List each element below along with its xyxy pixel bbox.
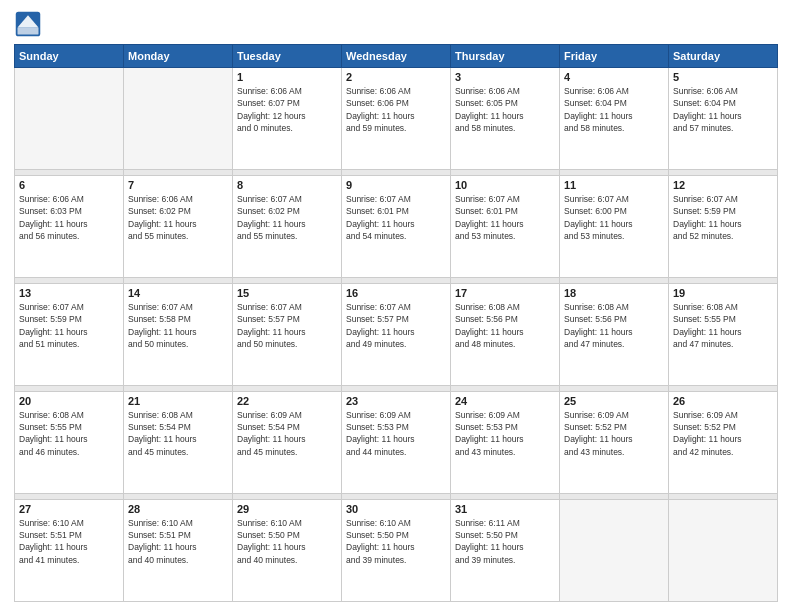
logo-icon	[14, 10, 42, 38]
weekday-header-tuesday: Tuesday	[233, 45, 342, 68]
day-info-4: Sunrise: 6:06 AM Sunset: 6:04 PM Dayligh…	[564, 85, 664, 134]
day-cell-23: 23Sunrise: 6:09 AM Sunset: 5:53 PM Dayli…	[342, 391, 451, 493]
day-cell-9: 9Sunrise: 6:07 AM Sunset: 6:01 PM Daylig…	[342, 175, 451, 277]
header	[14, 10, 778, 38]
day-number-3: 3	[455, 71, 555, 83]
day-info-30: Sunrise: 6:10 AM Sunset: 5:50 PM Dayligh…	[346, 517, 446, 566]
empty-cell	[560, 499, 669, 601]
day-info-10: Sunrise: 6:07 AM Sunset: 6:01 PM Dayligh…	[455, 193, 555, 242]
day-info-1: Sunrise: 6:06 AM Sunset: 6:07 PM Dayligh…	[237, 85, 337, 134]
day-cell-7: 7Sunrise: 6:06 AM Sunset: 6:02 PM Daylig…	[124, 175, 233, 277]
day-cell-5: 5Sunrise: 6:06 AM Sunset: 6:04 PM Daylig…	[669, 68, 778, 170]
day-number-20: 20	[19, 395, 119, 407]
day-cell-22: 22Sunrise: 6:09 AM Sunset: 5:54 PM Dayli…	[233, 391, 342, 493]
day-number-28: 28	[128, 503, 228, 515]
day-info-29: Sunrise: 6:10 AM Sunset: 5:50 PM Dayligh…	[237, 517, 337, 566]
day-number-2: 2	[346, 71, 446, 83]
logo	[14, 10, 46, 38]
day-number-12: 12	[673, 179, 773, 191]
day-cell-20: 20Sunrise: 6:08 AM Sunset: 5:55 PM Dayli…	[15, 391, 124, 493]
day-info-7: Sunrise: 6:06 AM Sunset: 6:02 PM Dayligh…	[128, 193, 228, 242]
day-info-21: Sunrise: 6:08 AM Sunset: 5:54 PM Dayligh…	[128, 409, 228, 458]
weekday-header-thursday: Thursday	[451, 45, 560, 68]
day-number-25: 25	[564, 395, 664, 407]
day-info-28: Sunrise: 6:10 AM Sunset: 5:51 PM Dayligh…	[128, 517, 228, 566]
day-cell-14: 14Sunrise: 6:07 AM Sunset: 5:58 PM Dayli…	[124, 283, 233, 385]
day-info-19: Sunrise: 6:08 AM Sunset: 5:55 PM Dayligh…	[673, 301, 773, 350]
day-number-29: 29	[237, 503, 337, 515]
day-number-4: 4	[564, 71, 664, 83]
day-number-1: 1	[237, 71, 337, 83]
day-number-18: 18	[564, 287, 664, 299]
day-cell-6: 6Sunrise: 6:06 AM Sunset: 6:03 PM Daylig…	[15, 175, 124, 277]
day-info-13: Sunrise: 6:07 AM Sunset: 5:59 PM Dayligh…	[19, 301, 119, 350]
day-cell-21: 21Sunrise: 6:08 AM Sunset: 5:54 PM Dayli…	[124, 391, 233, 493]
day-cell-25: 25Sunrise: 6:09 AM Sunset: 5:52 PM Dayli…	[560, 391, 669, 493]
day-cell-16: 16Sunrise: 6:07 AM Sunset: 5:57 PM Dayli…	[342, 283, 451, 385]
day-cell-2: 2Sunrise: 6:06 AM Sunset: 6:06 PM Daylig…	[342, 68, 451, 170]
day-info-2: Sunrise: 6:06 AM Sunset: 6:06 PM Dayligh…	[346, 85, 446, 134]
day-info-9: Sunrise: 6:07 AM Sunset: 6:01 PM Dayligh…	[346, 193, 446, 242]
day-info-26: Sunrise: 6:09 AM Sunset: 5:52 PM Dayligh…	[673, 409, 773, 458]
day-number-10: 10	[455, 179, 555, 191]
day-cell-1: 1Sunrise: 6:06 AM Sunset: 6:07 PM Daylig…	[233, 68, 342, 170]
day-cell-4: 4Sunrise: 6:06 AM Sunset: 6:04 PM Daylig…	[560, 68, 669, 170]
day-number-11: 11	[564, 179, 664, 191]
day-cell-10: 10Sunrise: 6:07 AM Sunset: 6:01 PM Dayli…	[451, 175, 560, 277]
day-info-14: Sunrise: 6:07 AM Sunset: 5:58 PM Dayligh…	[128, 301, 228, 350]
day-info-3: Sunrise: 6:06 AM Sunset: 6:05 PM Dayligh…	[455, 85, 555, 134]
day-info-23: Sunrise: 6:09 AM Sunset: 5:53 PM Dayligh…	[346, 409, 446, 458]
day-cell-28: 28Sunrise: 6:10 AM Sunset: 5:51 PM Dayli…	[124, 499, 233, 601]
day-cell-29: 29Sunrise: 6:10 AM Sunset: 5:50 PM Dayli…	[233, 499, 342, 601]
svg-rect-2	[18, 28, 39, 35]
day-number-23: 23	[346, 395, 446, 407]
weekday-header-monday: Monday	[124, 45, 233, 68]
day-info-18: Sunrise: 6:08 AM Sunset: 5:56 PM Dayligh…	[564, 301, 664, 350]
day-cell-13: 13Sunrise: 6:07 AM Sunset: 5:59 PM Dayli…	[15, 283, 124, 385]
day-info-12: Sunrise: 6:07 AM Sunset: 5:59 PM Dayligh…	[673, 193, 773, 242]
day-cell-31: 31Sunrise: 6:11 AM Sunset: 5:50 PM Dayli…	[451, 499, 560, 601]
weekday-header-saturday: Saturday	[669, 45, 778, 68]
day-cell-27: 27Sunrise: 6:10 AM Sunset: 5:51 PM Dayli…	[15, 499, 124, 601]
empty-cell	[669, 499, 778, 601]
day-cell-24: 24Sunrise: 6:09 AM Sunset: 5:53 PM Dayli…	[451, 391, 560, 493]
day-cell-17: 17Sunrise: 6:08 AM Sunset: 5:56 PM Dayli…	[451, 283, 560, 385]
day-number-9: 9	[346, 179, 446, 191]
day-number-8: 8	[237, 179, 337, 191]
day-number-14: 14	[128, 287, 228, 299]
day-number-16: 16	[346, 287, 446, 299]
day-number-30: 30	[346, 503, 446, 515]
week-row-2: 6Sunrise: 6:06 AM Sunset: 6:03 PM Daylig…	[15, 175, 778, 277]
day-number-21: 21	[128, 395, 228, 407]
day-info-8: Sunrise: 6:07 AM Sunset: 6:02 PM Dayligh…	[237, 193, 337, 242]
day-info-20: Sunrise: 6:08 AM Sunset: 5:55 PM Dayligh…	[19, 409, 119, 458]
calendar-table: SundayMondayTuesdayWednesdayThursdayFrid…	[14, 44, 778, 602]
day-info-25: Sunrise: 6:09 AM Sunset: 5:52 PM Dayligh…	[564, 409, 664, 458]
day-cell-18: 18Sunrise: 6:08 AM Sunset: 5:56 PM Dayli…	[560, 283, 669, 385]
day-number-5: 5	[673, 71, 773, 83]
weekday-header-row: SundayMondayTuesdayWednesdayThursdayFrid…	[15, 45, 778, 68]
page: SundayMondayTuesdayWednesdayThursdayFrid…	[0, 0, 792, 612]
day-info-5: Sunrise: 6:06 AM Sunset: 6:04 PM Dayligh…	[673, 85, 773, 134]
day-cell-15: 15Sunrise: 6:07 AM Sunset: 5:57 PM Dayli…	[233, 283, 342, 385]
day-info-15: Sunrise: 6:07 AM Sunset: 5:57 PM Dayligh…	[237, 301, 337, 350]
day-cell-11: 11Sunrise: 6:07 AM Sunset: 6:00 PM Dayli…	[560, 175, 669, 277]
weekday-header-friday: Friday	[560, 45, 669, 68]
day-number-19: 19	[673, 287, 773, 299]
day-cell-8: 8Sunrise: 6:07 AM Sunset: 6:02 PM Daylig…	[233, 175, 342, 277]
empty-cell	[124, 68, 233, 170]
day-number-15: 15	[237, 287, 337, 299]
day-info-17: Sunrise: 6:08 AM Sunset: 5:56 PM Dayligh…	[455, 301, 555, 350]
day-info-16: Sunrise: 6:07 AM Sunset: 5:57 PM Dayligh…	[346, 301, 446, 350]
day-cell-3: 3Sunrise: 6:06 AM Sunset: 6:05 PM Daylig…	[451, 68, 560, 170]
day-cell-12: 12Sunrise: 6:07 AM Sunset: 5:59 PM Dayli…	[669, 175, 778, 277]
day-number-31: 31	[455, 503, 555, 515]
day-info-27: Sunrise: 6:10 AM Sunset: 5:51 PM Dayligh…	[19, 517, 119, 566]
day-number-22: 22	[237, 395, 337, 407]
day-info-31: Sunrise: 6:11 AM Sunset: 5:50 PM Dayligh…	[455, 517, 555, 566]
day-number-27: 27	[19, 503, 119, 515]
day-number-6: 6	[19, 179, 119, 191]
weekday-header-wednesday: Wednesday	[342, 45, 451, 68]
day-info-11: Sunrise: 6:07 AM Sunset: 6:00 PM Dayligh…	[564, 193, 664, 242]
day-info-24: Sunrise: 6:09 AM Sunset: 5:53 PM Dayligh…	[455, 409, 555, 458]
